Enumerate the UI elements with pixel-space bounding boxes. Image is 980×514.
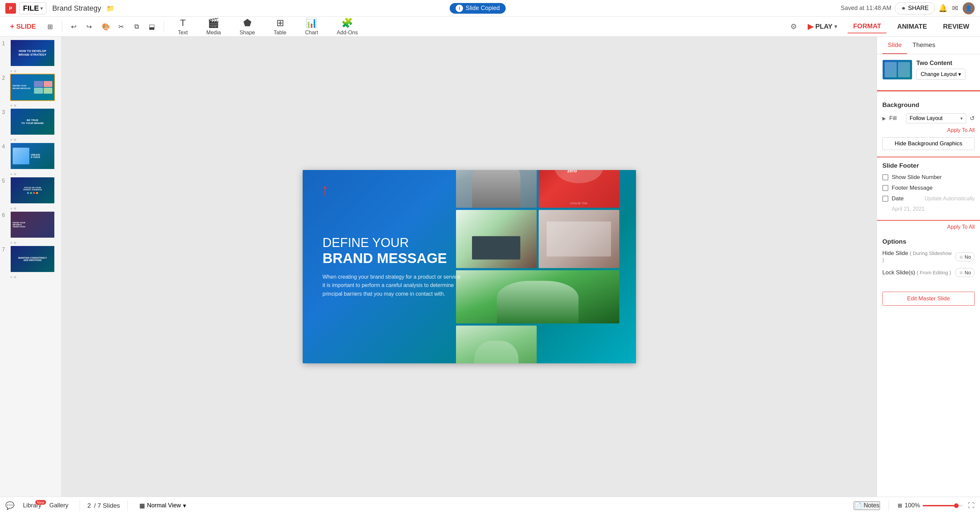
slide-thumb-5[interactable]: 5 FOCUS ON YOURTARGET AUDIENCE	[2, 177, 59, 204]
slide-thumb-2[interactable]: 2 DEFINE YOURBRAND MESSAGE	[2, 74, 59, 101]
notifications-icon[interactable]: 🔔	[938, 4, 947, 13]
slide5-add-icon[interactable]: +	[10, 206, 13, 211]
gallery-tab[interactable]: Gallery	[45, 501, 72, 510]
slide-img-6[interactable]: KNOW YOURBRAND'SOBJECTIVES	[10, 211, 55, 238]
zoom-level: 100%	[905, 502, 920, 509]
slide6-notes-icon[interactable]: ≡	[14, 240, 17, 245]
slide4-add-icon[interactable]: +	[10, 172, 13, 177]
footer-message-checkbox[interactable]	[882, 185, 888, 191]
themes-tab[interactable]: Themes	[907, 37, 941, 54]
slide7-notes-icon[interactable]: ≡	[14, 275, 17, 280]
slide-thumb-4[interactable]: 4 CREATEA VOICE	[2, 142, 59, 170]
slide6-title: KNOW YOURBRAND'SOBJECTIVES	[13, 222, 52, 228]
redo-button[interactable]: ↪	[82, 20, 96, 33]
slide5-notes-icon[interactable]: ≡	[14, 206, 17, 211]
date-label: Date	[892, 195, 904, 202]
slide-counter: 2 / 7 Slides	[88, 502, 120, 509]
slide-thumb-3[interactable]: 3 BE TRUETO YOUR BRAND	[2, 108, 59, 135]
slide7-add-icon[interactable]: +	[10, 275, 13, 280]
slide3-add-icon[interactable]: +	[10, 137, 13, 142]
mail-icon[interactable]: ✉	[952, 4, 958, 13]
undo-redo-group: ↩ ↪	[67, 20, 96, 33]
insert-addons-button[interactable]: 🧩 Add-Ons	[327, 15, 367, 38]
insert-table-button[interactable]: ⊞ Table	[264, 15, 296, 38]
slide-num-4: 4	[2, 142, 8, 150]
play-button[interactable]: ▶ PLAY ▾	[802, 20, 843, 33]
paste-button[interactable]: ⬓	[145, 20, 159, 33]
change-layout-button[interactable]: Change Layout ▾	[916, 68, 965, 80]
date-checkbox[interactable]	[882, 196, 888, 202]
add-slide-button[interactable]: + SLIDE	[5, 20, 41, 33]
slide-img-2[interactable]: DEFINE YOURBRAND MESSAGE	[10, 74, 55, 101]
apply-all-btn-1[interactable]: Apply To All	[882, 127, 975, 133]
table-label: Table	[274, 30, 286, 36]
insert-chart-button[interactable]: 📊 Chart	[296, 15, 327, 38]
hide-slide-toggle[interactable]: ⫼ No	[955, 252, 975, 261]
slide1-notes-icon[interactable]: ≡	[14, 68, 17, 74]
review-tab[interactable]: REVIEW	[938, 20, 975, 33]
slide5-icons: + ≡	[10, 206, 59, 211]
show-slide-number-label: Show Slide Number	[892, 174, 942, 181]
format-tab[interactable]: FORMAT	[848, 20, 886, 33]
library-tab[interactable]: Library New	[19, 501, 45, 510]
bottom-tabs: Library New Gallery	[19, 501, 72, 510]
view-button[interactable]: ▦ Normal View ▾	[135, 500, 190, 512]
notification-icon: i	[456, 5, 463, 12]
slide6-add-icon[interactable]: +	[10, 240, 13, 245]
apply-all-btn-2[interactable]: Apply To All	[877, 221, 980, 233]
slide4-notes-icon[interactable]: ≡	[14, 172, 17, 177]
slide-num-5: 5	[2, 177, 8, 184]
notification-text: Slide Copied	[466, 5, 500, 12]
settings-icon[interactable]: ⚙	[790, 22, 797, 31]
slide-canvas[interactable]: ↑ DEFINE YOUR BRAND MESSAGE When creatin…	[303, 170, 636, 363]
play-icon: ▶	[808, 22, 813, 31]
update-auto-label: Update Automatically	[925, 196, 975, 202]
slide-thumb-7[interactable]: 7 MAINTAIN CONSISTENCYADD EMOTIONS	[2, 245, 59, 273]
grid-view-button[interactable]: ⊞	[43, 20, 57, 33]
undo-button[interactable]: ↩	[67, 20, 81, 33]
hide-bg-graphics-button[interactable]: Hide Background Graphics	[882, 137, 975, 150]
show-slide-number-checkbox[interactable]	[882, 174, 888, 180]
slide-img-3[interactable]: BE TRUETO YOUR BRAND	[10, 108, 55, 135]
slide1-title: HOW TO DEVELOPBRAND STRATEGY	[19, 49, 46, 57]
copy-button[interactable]: ⧉	[130, 20, 144, 33]
add-slide-label: SLIDE	[16, 23, 36, 30]
fullscreen-icon[interactable]: ⛶	[968, 502, 975, 509]
normal-view-label: Normal View	[147, 502, 181, 509]
paint-format-button[interactable]: 🎨	[99, 20, 113, 33]
user-avatar[interactable]: 👤	[963, 2, 975, 14]
slide2-add-icon[interactable]: +	[10, 103, 13, 108]
lock-slides-toggle[interactable]: ⫼ No	[955, 268, 975, 277]
slide-image-grid: Coca-Colazero VOGUE TDK	[456, 170, 619, 363]
slide-img-5[interactable]: FOCUS ON YOURTARGET AUDIENCE	[10, 177, 55, 204]
toggle-lines-icon-2: ⫼	[959, 270, 963, 275]
cut-button[interactable]: ✂	[115, 20, 128, 33]
slide-img-4[interactable]: CREATEA VOICE	[10, 142, 55, 170]
slide2-notes-icon[interactable]: ≡	[14, 103, 17, 108]
slide-thumb-1[interactable]: 1 HOW TO DEVELOPBRAND STRATEGY	[2, 39, 59, 67]
insert-media-button[interactable]: 🎬 Media	[197, 15, 230, 38]
file-menu-button[interactable]: FILE ▾	[19, 2, 46, 14]
slide-thumb-6[interactable]: 6 KNOW YOURBRAND'SOBJECTIVES	[2, 211, 59, 238]
notes-button[interactable]: 📄 Notes	[854, 501, 880, 510]
slide3-notes-icon[interactable]: ≡	[14, 137, 17, 142]
zoom-slider[interactable]	[923, 505, 963, 506]
animate-tab[interactable]: ANIMATE	[892, 20, 932, 33]
fill-reset-icon[interactable]: ↺	[970, 115, 975, 122]
slide-num-7: 7	[2, 245, 8, 253]
fill-dropdown[interactable]: Follow Layout ▾	[906, 113, 966, 123]
insert-text-button[interactable]: T Text	[169, 16, 197, 38]
insert-shape-button[interactable]: ⬟ Shape	[230, 15, 264, 38]
addons-icon: 🧩	[341, 18, 353, 28]
slide-tab[interactable]: Slide	[882, 37, 907, 54]
edit-master-slide-button[interactable]: Edit Master Slide	[882, 292, 975, 306]
share-button[interactable]: ⚭ SHARE	[895, 2, 935, 14]
chat-icon[interactable]: 💬	[5, 501, 14, 510]
slide-img-1[interactable]: HOW TO DEVELOPBRAND STRATEGY	[10, 39, 55, 67]
zoom-section: ⊞ 100% ⛶	[898, 502, 975, 509]
change-layout-label: Change Layout	[921, 71, 957, 77]
toggle-no-1: No	[965, 254, 971, 260]
slide1-add-icon[interactable]: +	[10, 68, 13, 74]
slide-img-7[interactable]: MAINTAIN CONSISTENCYADD EMOTIONS	[10, 245, 55, 273]
new-badge: New	[35, 500, 46, 504]
